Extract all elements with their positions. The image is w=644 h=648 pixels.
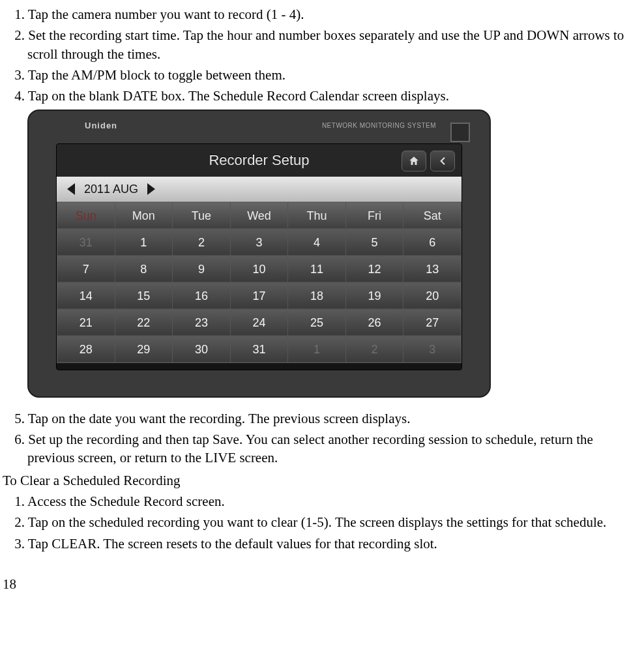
- calendar-day-cell[interactable]: 2: [173, 229, 231, 256]
- calendar-day-cell[interactable]: 19: [345, 282, 403, 309]
- calendar-day-cell: 31: [57, 229, 115, 256]
- instruction-step: 2. Tap on the scheduled recording you wa…: [3, 513, 641, 531]
- instruction-step: 6. Set up the recording and then tap Sav…: [3, 430, 641, 467]
- calendar-day-cell[interactable]: 4: [288, 229, 346, 256]
- calendar-day-cell[interactable]: 7: [57, 256, 115, 282]
- home-button[interactable]: [402, 151, 426, 171]
- calendar-day-header: Mon: [115, 202, 173, 229]
- calendar-day-header: Tue: [173, 202, 231, 229]
- calendar-day-header: Sat: [403, 202, 461, 229]
- calendar-day-cell[interactable]: 31: [230, 336, 288, 362]
- month-label: 2011 AUG: [84, 181, 138, 197]
- calendar-day-cell: 2: [345, 336, 403, 362]
- calendar-day-cell[interactable]: 12: [345, 256, 403, 282]
- calendar-day-cell[interactable]: 1: [115, 229, 173, 256]
- calendar-day-cell[interactable]: 14: [57, 282, 115, 309]
- calendar-day-cell[interactable]: 9: [173, 256, 231, 282]
- calendar-day-cell[interactable]: 30: [173, 336, 231, 362]
- calendar-day-cell[interactable]: 21: [57, 309, 115, 336]
- calendar-table: SunMonTueWedThuFriSat 311234567891011121…: [57, 202, 461, 363]
- calendar-day-header: Fri: [345, 202, 403, 229]
- calendar-day-cell[interactable]: 22: [115, 309, 173, 336]
- calendar-day-cell[interactable]: 3: [230, 229, 288, 256]
- calendar-footer-area: [57, 363, 461, 370]
- app-title: Recorder Setup: [209, 151, 309, 170]
- back-button[interactable]: [430, 151, 455, 171]
- calendar-day-cell: 3: [403, 336, 461, 362]
- home-icon: [408, 155, 420, 167]
- device-screenshot: Uniden NETWORK MONITORING SYSTEM Recorde…: [27, 110, 491, 398]
- device-brand: Uniden: [85, 120, 117, 132]
- back-icon: [437, 155, 448, 167]
- calendar-day-cell[interactable]: 26: [345, 309, 403, 336]
- calendar-day-cell[interactable]: 5: [345, 229, 403, 256]
- device-status-bar: Uniden NETWORK MONITORING SYSTEM: [29, 120, 490, 137]
- calendar-day-cell[interactable]: 17: [230, 282, 288, 309]
- calendar-day-cell[interactable]: 25: [288, 309, 346, 336]
- calendar-day-header: Sun: [57, 202, 115, 229]
- month-navigation-bar: 2011 AUG: [57, 177, 461, 202]
- calendar-day-cell[interactable]: 29: [115, 336, 173, 362]
- calendar-day-header: Wed: [230, 202, 288, 229]
- section-heading-clear: To Clear a Scheduled Recording: [3, 471, 641, 490]
- calendar-day-cell[interactable]: 6: [403, 229, 461, 256]
- calendar-day-cell: 1: [288, 336, 346, 362]
- calendar-day-cell[interactable]: 28: [57, 336, 115, 362]
- instruction-step: 4. Tap on the blank DATE box. The Schedu…: [3, 87, 641, 105]
- calendar-day-cell[interactable]: 16: [173, 282, 231, 309]
- calendar-day-cell[interactable]: 23: [173, 309, 231, 336]
- instruction-step: 3. Tap the AM/PM block to toggle between…: [3, 66, 641, 84]
- calendar-day-cell[interactable]: 24: [230, 309, 288, 336]
- instruction-step: 2. Set the recording start time. Tap the…: [3, 26, 641, 63]
- instruction-step: 3. Tap CLEAR. The screen resets to the d…: [3, 535, 641, 553]
- device-power-button[interactable]: [450, 123, 470, 142]
- calendar-day-cell[interactable]: 15: [115, 282, 173, 309]
- app-header: Recorder Setup: [57, 144, 461, 177]
- calendar-day-cell[interactable]: 18: [288, 282, 346, 309]
- calendar-day-cell[interactable]: 10: [230, 256, 288, 282]
- calendar-day-cell[interactable]: 8: [115, 256, 173, 282]
- calendar-day-cell[interactable]: 27: [403, 309, 461, 336]
- next-month-button[interactable]: [147, 183, 155, 195]
- calendar-day-cell[interactable]: 13: [403, 256, 461, 282]
- instruction-step: 1. Access the Schedule Record screen.: [3, 492, 641, 510]
- page-number: 18: [3, 575, 641, 593]
- calendar-day-cell[interactable]: 11: [288, 256, 346, 282]
- instruction-step: 1. Tap the camera number you want to rec…: [3, 5, 641, 23]
- calendar-day-header: Thu: [288, 202, 346, 229]
- device-system-label: NETWORK MONITORING SYSTEM: [322, 121, 436, 130]
- instruction-step: 5. Tap on the date you want the recordin…: [3, 409, 641, 428]
- prev-month-button[interactable]: [67, 183, 75, 195]
- device-screen: Recorder Setup 2011 AUG SunMonTueWedThuF…: [56, 143, 462, 370]
- calendar-day-cell[interactable]: 20: [403, 282, 461, 309]
